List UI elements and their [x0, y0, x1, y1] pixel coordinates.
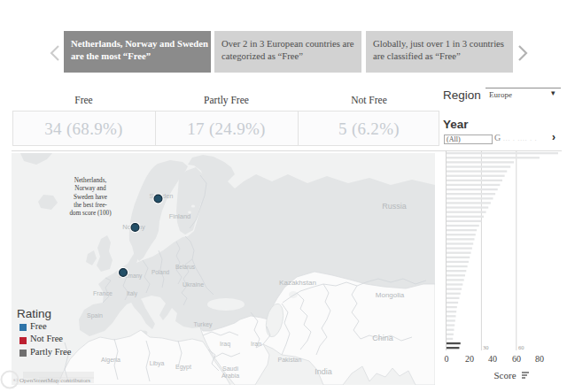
svg-text:© OpenStreetMap contributors: © OpenStreetMap contributors — [13, 377, 90, 384]
svg-text:0: 0 — [445, 354, 449, 364]
svg-text:80: 80 — [535, 354, 544, 364]
svg-text:60: 60 — [512, 354, 521, 364]
svg-text:20: 20 — [465, 354, 474, 364]
svg-text:60: 60 — [518, 344, 524, 350]
svg-text:40: 40 — [488, 354, 497, 364]
svg-text:30: 30 — [483, 344, 489, 350]
svg-text:Score: Score — [493, 370, 516, 380]
